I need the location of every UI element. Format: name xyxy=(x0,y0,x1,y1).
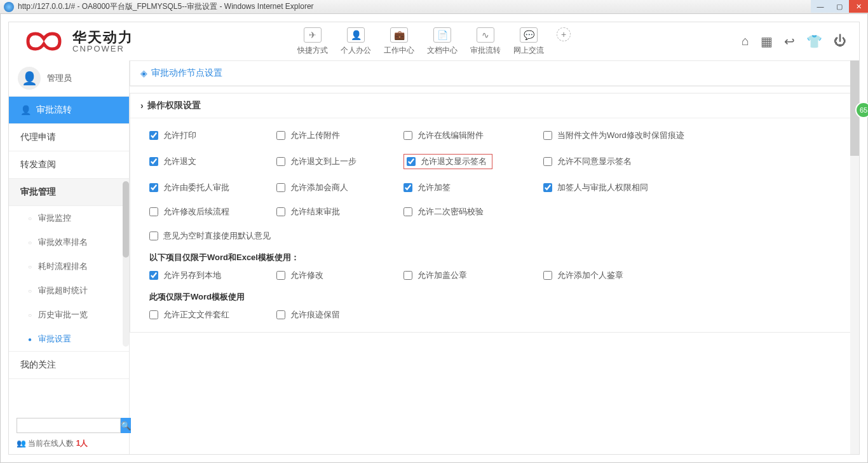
close-button[interactable]: ✕ xyxy=(849,0,868,13)
note-word-excel: 以下项目仅限于Word和Excel模板使用： xyxy=(149,242,836,270)
chk-save-local[interactable]: 允许另存到本地 xyxy=(149,270,276,281)
chk-edit-online[interactable]: 允许在线编辑附件 xyxy=(403,130,543,141)
note-word-only: 此项仅限于Word模板使用 xyxy=(149,281,836,309)
chevron-right-icon: › xyxy=(140,100,144,111)
flow-icon: ∿ xyxy=(477,27,494,43)
user-row: 👤 管理员 xyxy=(9,60,129,97)
nav-approval[interactable]: ∿审批流转 xyxy=(470,27,501,56)
nav-add[interactable]: + xyxy=(557,27,571,56)
panel-node: ◈审批动作节点设置 xyxy=(130,60,855,86)
reply-icon[interactable]: ↩ xyxy=(784,34,795,49)
logo-text-cn: 华天动力 xyxy=(72,31,133,45)
briefcase-icon: 💼 xyxy=(390,27,408,43)
sub-settings[interactable]: 审批设置 xyxy=(9,327,129,351)
logo-mark-icon xyxy=(22,31,66,52)
chk-cosign-same[interactable]: 加签人与审批人权限相同 xyxy=(543,182,709,193)
maximize-button[interactable]: ▢ xyxy=(830,0,849,13)
chk-modify-flow[interactable]: 允许修改后续流程 xyxy=(149,206,276,218)
chk-return-prev[interactable]: 允许退文到上一步 xyxy=(276,156,403,167)
content: ◈审批动作节点设置 › 操作权限设置 允许打印 允许上传附件 允许在线编辑附件 … xyxy=(130,60,859,454)
sub-history[interactable]: 历史审批一览 xyxy=(9,303,129,327)
expand-icon: ◈ xyxy=(140,68,147,78)
notification-badge[interactable]: 65 xyxy=(855,102,868,118)
chk-delegate[interactable]: 允许由委托人审批 xyxy=(149,182,276,193)
chk-add-consult[interactable]: 允许添加会商人 xyxy=(276,182,403,193)
user-name: 管理员 xyxy=(47,73,72,84)
plus-icon: + xyxy=(557,27,571,41)
nav-work[interactable]: 💼工作中心 xyxy=(384,27,414,56)
header: 华天动力 CNPOWER ✈快捷方式 👤个人办公 💼工作中心 📄文档中心 ∿审批… xyxy=(9,22,859,60)
logo-text-en: CNPOWER xyxy=(72,45,133,53)
avatar-icon: 👤 xyxy=(18,67,41,90)
sidebar-scrollbar[interactable] xyxy=(123,181,129,347)
logo: 华天动力 CNPOWER xyxy=(22,31,133,53)
nav-personal[interactable]: 👤个人办公 xyxy=(341,27,371,56)
sidebar-active[interactable]: 审批流转 xyxy=(9,97,129,124)
chk-2nd-pwd[interactable]: 允许二次密码校验 xyxy=(403,206,543,218)
chk-return[interactable]: 允许退文 xyxy=(149,156,276,167)
sidebar-myfollow[interactable]: 我的关注 xyxy=(9,352,129,379)
sidebar-sublist: 审批监控 审批效率排名 耗时流程排名 审批超时统计 历史审批一览 审批设置 xyxy=(9,206,129,352)
ie-icon xyxy=(4,2,14,12)
sidebar-item-proxy[interactable]: 代理申请 xyxy=(9,124,129,151)
nav-quick[interactable]: ✈快捷方式 xyxy=(297,27,328,56)
shirt-icon[interactable]: 👕 xyxy=(806,34,822,49)
sidebar: 👤 管理员 审批流转 代理申请 转发查阅 审批管理 审批监控 审批效率排名 耗时… xyxy=(9,60,130,454)
window-controls: — ▢ ✕ xyxy=(811,0,868,13)
panel-perm-header[interactable]: › 操作权限设置 xyxy=(130,93,855,118)
home-icon[interactable]: ⌂ xyxy=(742,34,749,49)
chk-return-sign[interactable]: 允许退文显示签名 xyxy=(407,156,487,167)
titlebar: http://127.0.0.1/# - OA8000平台版_FPLMYSQL5… xyxy=(0,0,868,14)
chk-upload[interactable]: 允许上传附件 xyxy=(276,130,403,141)
search-input[interactable] xyxy=(17,418,121,433)
power-icon[interactable]: ⏻ xyxy=(834,34,846,49)
minimize-button[interactable]: — xyxy=(811,0,830,13)
user-icon: 👤 xyxy=(347,27,365,43)
panel-perm: › 操作权限设置 允许打印 允许上传附件 允许在线编辑附件 当附件文件为Word… xyxy=(130,93,855,333)
chk-keep-trace[interactable]: 允许痕迹保留 xyxy=(276,309,403,321)
sidebar-group-approval[interactable]: 审批管理 xyxy=(9,179,129,206)
nav-chat[interactable]: 💬网上交流 xyxy=(513,27,544,56)
chk-default-opinion[interactable]: 意见为空时直接使用默认意见 xyxy=(149,230,709,242)
sub-rank[interactable]: 审批效率排名 xyxy=(9,230,129,254)
address-title: http://127.0.0.1/# - OA8000平台版_FPLMYSQL5… xyxy=(18,1,864,12)
content-scrollbar[interactable] xyxy=(850,60,859,454)
sub-monitor[interactable]: 审批监控 xyxy=(9,206,129,230)
sidebar-search: 🔍 xyxy=(17,418,121,433)
nav-doc[interactable]: 📄文档中心 xyxy=(427,27,458,56)
chk-print[interactable]: 允许打印 xyxy=(149,130,276,141)
chat-icon: 💬 xyxy=(520,27,538,43)
apps-icon[interactable]: ▦ xyxy=(761,34,773,49)
chk-red-header[interactable]: 允许正文文件套红 xyxy=(149,309,276,321)
chk-cosign[interactable]: 允许加签 xyxy=(403,182,543,193)
sidebar-item-forward[interactable]: 转发查阅 xyxy=(9,151,129,179)
sub-timeout[interactable]: 审批超时统计 xyxy=(9,279,129,303)
chk-seal[interactable]: 允许加盖公章 xyxy=(403,270,543,281)
chk-modify[interactable]: 允许修改 xyxy=(276,270,403,281)
header-actions: ⌂ ▦ ↩ 👕 ⏻ xyxy=(742,34,846,49)
top-nav: ✈快捷方式 👤个人办公 💼工作中心 📄文档中心 ∿审批流转 💬网上交流 + xyxy=(297,27,571,56)
chk-personal-seal[interactable]: 允许添加个人鉴章 xyxy=(543,270,709,281)
chk-word-track[interactable]: 当附件文件为Word修改时保留痕迹 xyxy=(543,130,709,141)
chk-disagree-sign[interactable]: 允许不同意显示签名 xyxy=(543,156,709,167)
doc-icon: 📄 xyxy=(433,27,451,43)
sidebar-scroll-thumb[interactable] xyxy=(123,181,129,258)
chk-end-approval[interactable]: 允许结束审批 xyxy=(276,206,403,218)
send-icon: ✈ xyxy=(304,27,322,43)
panel-node-header[interactable]: ◈审批动作节点设置 xyxy=(130,61,855,86)
online-status: 👥 当前在线人数 1人 xyxy=(17,438,121,449)
sub-time[interactable]: 耗时流程排名 xyxy=(9,254,129,279)
